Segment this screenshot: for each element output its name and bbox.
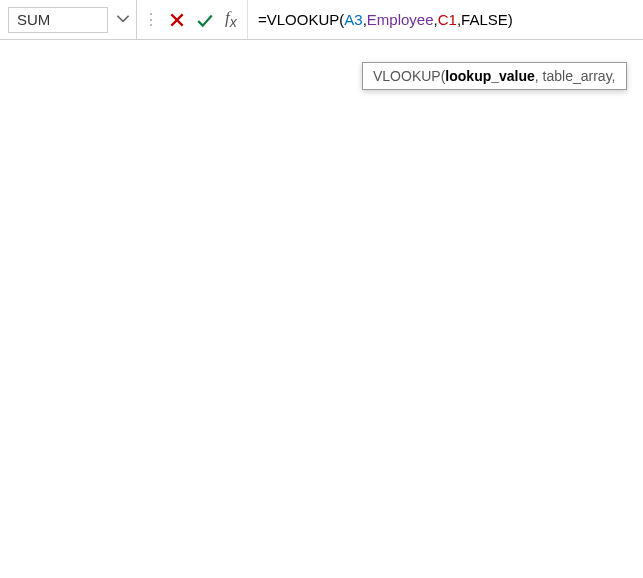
insert-function-button[interactable]: fx [219,6,247,34]
name-box-value: SUM [17,11,50,28]
formula-bar: SUM ⋮ fx =VLOOKUP(A3,Employee,C1,FALSE) [0,0,643,40]
function-tooltip: VLOOKUP(lookup_value, table_array, [362,62,627,90]
formula-text: =VLOOKUP( [258,11,344,28]
divider-icon: ⋮ [137,10,163,29]
formula-input[interactable]: =VLOOKUP(A3,Employee,C1,FALSE) [247,0,643,39]
formula-ref-a3: A3 [344,11,362,28]
name-box-wrap: SUM [0,0,137,39]
formula-text: ,FALSE) [457,11,513,28]
formula-ref-employee: Employee [367,11,434,28]
cancel-button[interactable] [163,6,191,34]
formula-ref-c1: C1 [438,11,457,28]
name-box[interactable]: SUM [8,7,108,33]
chevron-down-icon[interactable] [114,9,132,30]
tooltip-fn: VLOOKUP( [373,68,445,84]
tooltip-rest: , table_array, [535,68,616,84]
enter-button[interactable] [191,6,219,34]
fx-icon: fx [223,8,243,30]
tooltip-active-arg: lookup_value [445,68,534,84]
